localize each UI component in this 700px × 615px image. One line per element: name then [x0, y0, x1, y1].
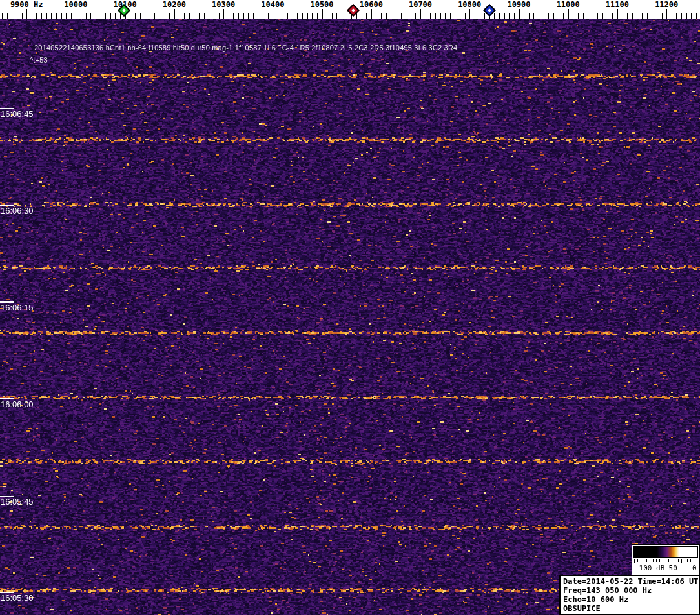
red-marker-diamond-icon[interactable] — [347, 4, 360, 17]
freq-tick — [637, 13, 637, 19]
freq-label: 10400 — [261, 0, 284, 9]
freq-tick — [223, 9, 224, 19]
colorbar-tick — [668, 559, 669, 562]
freq-label: 10300 — [212, 0, 235, 9]
marker-center-dot — [488, 8, 491, 12]
freq-tick — [174, 9, 175, 19]
freq-tick — [76, 9, 76, 19]
freq-tick — [165, 13, 165, 19]
colorbar-tick — [672, 559, 672, 562]
intensity-colorbar: -100 dB-500 — [632, 544, 700, 576]
freq-tick — [573, 13, 573, 19]
freq-tick — [287, 13, 288, 19]
freq-tick — [41, 13, 42, 19]
detection-header-line: 20140522140653136 hCnt1 nb-64 f10589 hit… — [34, 44, 457, 52]
freq-tick — [180, 13, 180, 19]
freq-tick — [559, 13, 559, 19]
freq-tick — [268, 13, 269, 19]
freq-tick — [430, 13, 431, 19]
freq-tick — [273, 9, 273, 19]
freq-tick — [135, 13, 136, 19]
freq-tick — [381, 13, 382, 19]
freq-tick — [96, 13, 96, 19]
freq-label: 11200 — [655, 0, 678, 9]
freq-tick — [588, 13, 588, 19]
freq-tick — [32, 13, 32, 19]
info-line: Date=2014-05-22 Time=14:06 UTC — [563, 577, 696, 586]
colorbar-tick — [634, 559, 635, 563]
freq-tick — [480, 13, 480, 19]
freq-tick — [233, 13, 234, 19]
freq-tick — [312, 13, 313, 19]
freq-label: 9900 Hz — [10, 0, 43, 9]
freq-tick — [662, 13, 663, 19]
freq-label: 10500 — [310, 0, 333, 9]
colorbar-gradient — [633, 546, 698, 558]
freq-tick — [602, 13, 603, 19]
freq-tick — [61, 13, 62, 19]
freq-tick — [435, 13, 436, 19]
freq-tick — [676, 13, 677, 19]
freq-tick — [509, 13, 510, 19]
freq-tick — [469, 9, 470, 19]
spectrogram-canvas — [0, 0, 700, 615]
freq-tick — [336, 13, 337, 19]
freq-tick — [672, 13, 672, 19]
freq-tick — [411, 13, 411, 19]
colorbar-tick — [690, 559, 691, 562]
freq-tick — [56, 13, 57, 19]
freq-tick — [455, 13, 455, 19]
freq-tick — [258, 13, 258, 19]
freq-tick — [283, 13, 283, 19]
colorbar-tick — [644, 559, 644, 562]
freq-tick — [332, 13, 333, 19]
freq-tick — [623, 13, 623, 19]
freq-tick — [154, 13, 155, 19]
info-line: Freq=143 050 000 Hz — [563, 586, 696, 595]
freq-tick — [499, 13, 500, 19]
time-label: 16:06:00 — [1, 399, 34, 409]
colorbar-tick — [685, 559, 685, 562]
colorbar-tick — [697, 559, 697, 563]
time-label: 16:05:30 — [1, 593, 34, 603]
freq-tick — [219, 13, 220, 19]
freq-label: 10200 — [163, 0, 186, 9]
freq-tick — [632, 13, 633, 19]
freq-tick — [371, 9, 372, 19]
freq-tick — [7, 13, 8, 19]
freq-tick — [81, 13, 81, 19]
freq-tick — [647, 13, 648, 19]
freq-tick — [248, 13, 249, 19]
colorbar-tick — [646, 559, 647, 562]
colorbar-tick — [650, 559, 650, 563]
colorbar-tick — [653, 559, 654, 562]
freq-tick — [524, 13, 524, 19]
freq-tick — [445, 13, 446, 19]
freq-tick — [484, 13, 485, 19]
freq-tick — [253, 13, 254, 19]
freq-tick — [194, 13, 194, 19]
freq-tick — [539, 13, 539, 19]
freq-tick — [189, 13, 190, 19]
colorbar-tick — [694, 559, 694, 562]
freq-tick — [544, 13, 544, 19]
freq-tick — [597, 13, 598, 19]
colorbar-tick — [637, 559, 638, 562]
freq-tick — [691, 13, 692, 19]
freq-tick — [514, 13, 515, 19]
colorbar-tick — [678, 559, 679, 562]
freq-tick — [130, 13, 130, 19]
freq-tick — [101, 13, 101, 19]
freq-tick — [22, 13, 23, 19]
freq-tick — [327, 13, 327, 19]
colorbar-tick — [687, 559, 688, 562]
freq-tick — [110, 13, 111, 19]
freq-tick — [238, 13, 239, 19]
freq-tick — [36, 13, 37, 19]
time-label: 16:06:45 — [1, 109, 34, 119]
freq-tick — [617, 9, 618, 19]
colorbar-tick — [659, 559, 660, 562]
freq-tick — [568, 9, 569, 19]
freq-label: 10000 — [64, 0, 87, 9]
freq-tick — [140, 13, 141, 19]
